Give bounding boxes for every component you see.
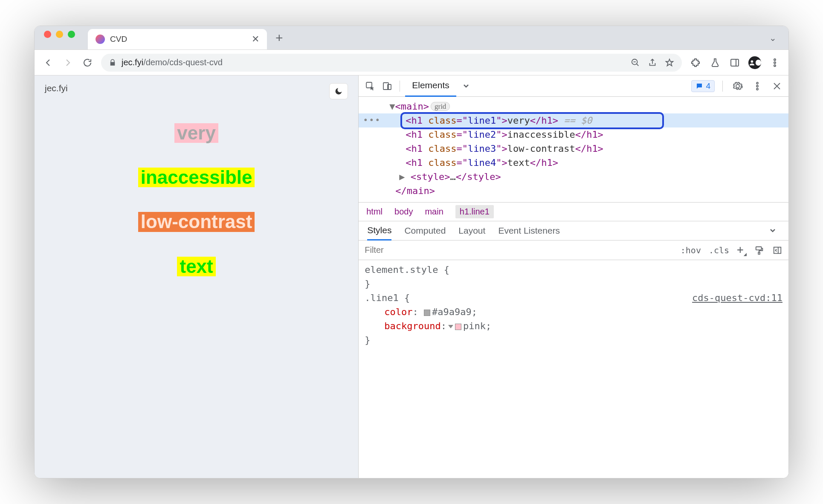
- rule-line1[interactable]: cds-quest-cvd:11.line1 {: [365, 291, 782, 305]
- browser-toolbar: jec.fyi/demo/cds-quest-cvd: [35, 50, 788, 75]
- page-brand: jec.fyi: [45, 83, 348, 93]
- svg-point-11: [756, 88, 758, 90]
- devtools-panel: Elements 4 ▼<main>grid •••<h1 class="lin…: [359, 75, 788, 478]
- grid-badge[interactable]: grid: [431, 102, 450, 111]
- dom-node-main-close[interactable]: </main>: [359, 184, 788, 198]
- computed-sidebar-icon[interactable]: [772, 246, 782, 255]
- tab-styles[interactable]: Styles: [367, 221, 391, 240]
- moon-icon: [334, 87, 343, 96]
- rule-brace: }: [365, 277, 782, 291]
- styles-filter-bar: :hov .cls +◢: [359, 240, 788, 260]
- devtools-tabs: Elements 4: [359, 75, 788, 97]
- address-bar[interactable]: jec.fyi/demo/cds-quest-cvd: [101, 54, 682, 72]
- titlebar: CVD ✕ + ⌄: [35, 26, 788, 50]
- devtools-kebab-icon[interactable]: [750, 79, 765, 93]
- extensions-icon[interactable]: [690, 57, 701, 69]
- word-inaccessible: inaccessible: [138, 168, 255, 187]
- svg-point-3: [774, 59, 776, 61]
- labs-icon[interactable]: [709, 57, 721, 69]
- paint-icon[interactable]: [754, 246, 765, 255]
- devtools-close-icon[interactable]: [770, 79, 784, 93]
- divider: [400, 81, 400, 92]
- zoom-icon[interactable]: [631, 58, 640, 67]
- new-style-rule-icon[interactable]: +◢: [737, 243, 747, 257]
- more-tabs-icon[interactable]: [459, 79, 473, 93]
- tab-layout[interactable]: Layout: [458, 226, 485, 236]
- word-text: text: [177, 257, 215, 276]
- window-controls: [35, 31, 84, 45]
- breadcrumb-html[interactable]: html: [366, 207, 383, 217]
- tab-title: CVD: [110, 35, 127, 44]
- tab-computed[interactable]: Computed: [404, 226, 446, 236]
- reload-button[interactable]: [81, 57, 93, 69]
- url-text: jec.fyi/demo/cds-quest-cvd: [122, 58, 223, 67]
- lock-icon: [109, 59, 116, 67]
- breadcrumb-h1-line1[interactable]: h1.line1: [455, 205, 494, 218]
- demo-words: very inaccessible low-contrast text: [45, 123, 348, 276]
- maximize-window-button[interactable]: [68, 31, 75, 38]
- favicon-icon: [96, 35, 105, 44]
- color-swatch[interactable]: [424, 310, 430, 316]
- sidepanel-icon[interactable]: [729, 57, 741, 69]
- styles-filter-input[interactable]: [365, 245, 510, 255]
- breadcrumb-main[interactable]: main: [425, 207, 443, 217]
- svg-point-9: [756, 82, 758, 84]
- tab-elements[interactable]: Elements: [405, 75, 456, 97]
- hov-toggle[interactable]: :hov: [681, 245, 701, 255]
- dom-breadcrumb[interactable]: html body main h1.line1: [359, 202, 788, 221]
- browser-tab[interactable]: CVD ✕: [88, 29, 267, 49]
- tab-event-listeners[interactable]: Event Listeners: [498, 226, 560, 236]
- new-tab-button[interactable]: +: [267, 31, 292, 45]
- issues-icon: [695, 82, 703, 90]
- minimize-window-button[interactable]: [56, 31, 63, 38]
- svg-rect-13: [758, 252, 760, 254]
- dom-node-h1-line4[interactable]: <h1 class="line4">text</h1>: [359, 156, 788, 170]
- rule-source-link[interactable]: cds-quest-cvd:11: [692, 291, 782, 305]
- svg-rect-12: [756, 246, 762, 249]
- rule-brace: }: [365, 333, 782, 347]
- dom-node-style[interactable]: ▶ <style>…</style>: [359, 170, 788, 184]
- device-toolbar-icon[interactable]: [380, 79, 394, 93]
- svg-point-4: [774, 62, 776, 64]
- dom-node-h1-line1[interactable]: •••<h1 class="line1">very</h1> == $0: [359, 113, 788, 127]
- svg-point-5: [774, 65, 776, 67]
- inspect-element-icon[interactable]: [363, 79, 377, 93]
- breadcrumb-body[interactable]: body: [394, 207, 413, 217]
- styles-panel-tabs: Styles Computed Layout Event Listeners: [359, 221, 788, 240]
- bookmark-icon[interactable]: [665, 58, 674, 67]
- styles-rules[interactable]: element.style { } cds-quest-cvd:11.line1…: [359, 260, 788, 478]
- cls-toggle[interactable]: .cls: [709, 245, 729, 255]
- issues-chip[interactable]: 4: [691, 80, 715, 92]
- dom-tree[interactable]: ▼<main>grid •••<h1 class="line1">very</h…: [359, 97, 788, 202]
- content-area: jec.fyi very inaccessible low-contrast t…: [35, 75, 788, 478]
- word-very: very: [174, 123, 218, 143]
- divider: [722, 81, 723, 92]
- svg-rect-1: [731, 59, 739, 66]
- svg-point-2: [751, 60, 753, 63]
- forward-button[interactable]: [62, 57, 74, 69]
- decl-background[interactable]: background:pink;: [365, 319, 782, 333]
- tab-close-icon[interactable]: ✕: [252, 34, 259, 45]
- more-styles-tabs-icon[interactable]: [765, 223, 780, 238]
- back-button[interactable]: [42, 57, 54, 69]
- dom-node-h1-line3[interactable]: <h1 class="line3">low-contrast</h1>: [359, 142, 788, 156]
- expand-shorthand-icon[interactable]: [448, 325, 453, 328]
- svg-point-10: [756, 85, 758, 87]
- theme-toggle-button[interactable]: [329, 83, 348, 99]
- profile-avatar[interactable]: [748, 56, 761, 69]
- browser-window: CVD ✕ + ⌄ jec.fyi/demo/cds-quest-cvd jec…: [34, 26, 789, 478]
- rendered-page: jec.fyi very inaccessible low-contrast t…: [35, 75, 359, 478]
- share-icon[interactable]: [648, 58, 657, 67]
- close-window-button[interactable]: [44, 31, 51, 38]
- word-low-contrast: low-contrast: [138, 212, 255, 232]
- rule-element-style[interactable]: element.style {: [365, 263, 782, 277]
- dom-node-h1-line2[interactable]: <h1 class="line2">inaccessible</h1>: [359, 127, 788, 142]
- decl-color[interactable]: color: #a9a9a9;: [365, 305, 782, 319]
- tabs-dropdown-icon[interactable]: ⌄: [757, 33, 788, 43]
- node-actions-icon[interactable]: •••: [363, 113, 381, 126]
- kebab-menu-icon[interactable]: [769, 57, 781, 69]
- dom-node-main-open[interactable]: ▼<main>grid: [359, 99, 788, 113]
- settings-icon[interactable]: [730, 79, 745, 93]
- issues-count: 4: [706, 81, 710, 91]
- color-swatch[interactable]: [455, 324, 461, 330]
